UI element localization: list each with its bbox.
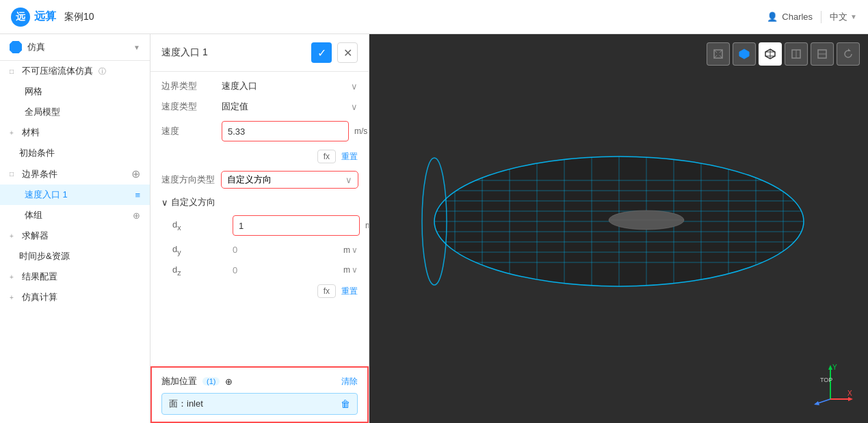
- location-item-text: 面：inlet: [169, 398, 203, 410]
- velocity-type-label: 速度类型: [161, 100, 216, 113]
- expand-icon: +: [10, 294, 19, 301]
- sidebar-item-result-config[interactable]: + 结果配置: [0, 267, 150, 287]
- header-right: 👤 Charles 中文 ▼: [767, 11, 857, 23]
- dz-label: dz: [172, 264, 227, 277]
- header: 远 远算 案例10 👤 Charles 中文 ▼: [0, 0, 868, 34]
- sidebar-item-material[interactable]: + 材料: [0, 122, 150, 143]
- expand-icon: +: [10, 129, 19, 137]
- sidebar-item-label: 仿真计算: [22, 291, 57, 303]
- sidebar-item-sim-compute[interactable]: + 仿真计算: [0, 287, 150, 308]
- sidebar-item-label: 结果配置: [22, 271, 57, 283]
- sidebar-item-label: 速度入口 1: [25, 189, 68, 201]
- solid-view-button[interactable]: [733, 42, 756, 66]
- dx-label: dx: [172, 219, 227, 232]
- logo-text: 远算: [34, 10, 56, 24]
- fx-button[interactable]: fx: [317, 150, 336, 163]
- panel-header: 速度入口 1 ✓ ✕: [150, 34, 369, 72]
- velocity-input[interactable]: [222, 121, 349, 141]
- custom-direction-label: 自定义方向: [171, 196, 215, 208]
- sidebar-title-text: 仿真: [27, 41, 45, 53]
- side-view-button[interactable]: [811, 42, 834, 66]
- velocity-type-value: 固定值: [222, 100, 248, 113]
- add-location-icon[interactable]: ⊕: [225, 377, 233, 387]
- user-avatar-icon: 👤: [767, 12, 778, 22]
- dx-unit: m ∨: [365, 221, 369, 230]
- sidebar-item-mesh[interactable]: 网格: [0, 81, 150, 102]
- clear-location-button[interactable]: 清除: [341, 376, 358, 387]
- sidebar: 仿真 ▼ □ 不可压缩流体仿真 ⓘ 网格 全局模型 + 材料 初始条件 □ 边界…: [0, 34, 150, 423]
- wireframe-view-button[interactable]: [759, 42, 782, 66]
- expand-icon: □: [10, 170, 19, 178]
- sidebar-item-velocity-inlet[interactable]: 速度入口 1 ≡: [0, 185, 150, 205]
- add-boundary-icon[interactable]: ⊕: [131, 167, 140, 180]
- user-name: Charles: [782, 12, 813, 22]
- velocity-row: 速度 m/s ∨: [161, 121, 358, 141]
- location-prefix: 面：: [169, 398, 187, 409]
- sidebar-chevron-icon[interactable]: ▼: [133, 44, 140, 51]
- reset-view-button[interactable]: [837, 42, 860, 66]
- custom-direction-section: ∨ 自定义方向: [161, 196, 358, 208]
- velocity-type-select[interactable]: 固定值 ∨: [222, 100, 358, 113]
- expand-icon: +: [10, 273, 19, 281]
- sidebar-item-label: 边界条件: [22, 168, 57, 180]
- dz-value: 0: [233, 265, 338, 275]
- sidebar-item-global-model[interactable]: 全局模型: [0, 102, 150, 122]
- viewport: Y X TOP: [369, 34, 868, 423]
- perspective-view-button[interactable]: [707, 42, 730, 66]
- dy-value: 0: [233, 245, 338, 255]
- direction-fx-button[interactable]: fx: [317, 284, 336, 298]
- reset-button[interactable]: 重置: [341, 151, 358, 163]
- svg-marker-45: [848, 397, 853, 401]
- sidebar-item-solver[interactable]: + 求解器: [0, 226, 150, 246]
- delete-location-icon[interactable]: 🗑: [341, 398, 350, 409]
- panel-actions: ✓ ✕: [311, 42, 358, 63]
- logo: 远 远算: [11, 8, 56, 27]
- location-title-text: 施加位置: [161, 375, 197, 387]
- coordinate-axes: Y X TOP: [806, 361, 854, 409]
- dy-label: dy: [172, 244, 227, 256]
- menu-icon[interactable]: ≡: [135, 190, 140, 200]
- direction-type-row: 速度方向类型 自定义方向 ∨: [161, 172, 358, 188]
- direction-reset-button[interactable]: 重置: [341, 286, 358, 297]
- dy-unit: m ∨: [343, 245, 358, 255]
- location-item: 面：inlet 🗑: [161, 393, 358, 415]
- sidebar-item-boundary-condition[interactable]: □ 边界条件 ⊕: [0, 163, 150, 185]
- dz-unit: m ∨: [343, 265, 358, 275]
- sidebar-item-label: 时间步&资源: [19, 250, 70, 262]
- direction-type-select[interactable]: 自定义方向 ∨: [222, 172, 358, 188]
- sidebar-item-body-group[interactable]: 体组 ⊕: [0, 205, 150, 226]
- expand-icon: +: [10, 232, 19, 240]
- boundary-type-row: 边界类型 速度入口 ∨: [161, 80, 358, 92]
- sidebar-item-initial-condition[interactable]: 初始条件: [0, 143, 150, 163]
- sidebar-item-label: 初始条件: [19, 147, 55, 159]
- case-title: 案例10: [64, 11, 94, 23]
- dz-row: dz 0 m ∨: [161, 264, 358, 277]
- sidebar-item-label: 不可压缩流体仿真: [22, 65, 93, 77]
- close-button[interactable]: ✕: [337, 42, 358, 63]
- direction-fx-row: fx 重置: [161, 284, 358, 298]
- panel: 速度入口 1 ✓ ✕ 边界类型 速度入口 ∨ 速度类型 固定值 ∨: [150, 34, 369, 423]
- velocity-unit: m/s ∨: [354, 126, 369, 136]
- 3d-model: [421, 146, 817, 297]
- front-view-button[interactable]: [785, 42, 808, 66]
- sidebar-item-label: 求解器: [22, 230, 49, 242]
- chevron-down-icon: ▼: [850, 13, 857, 21]
- velocity-label: 速度: [161, 125, 216, 137]
- boundary-type-label: 边界类型: [161, 80, 216, 92]
- dx-input[interactable]: [233, 215, 360, 236]
- info-icon: ⓘ: [98, 66, 106, 77]
- confirm-button[interactable]: ✓: [311, 42, 332, 63]
- sidebar-item-incompressible[interactable]: □ 不可压缩流体仿真 ⓘ: [0, 61, 150, 81]
- add-body-group-icon[interactable]: ⊕: [133, 210, 140, 221]
- boundary-type-select[interactable]: 速度入口 ∨: [222, 80, 358, 92]
- direction-type-label: 速度方向类型: [161, 174, 216, 186]
- panel-title: 速度入口 1: [161, 46, 208, 59]
- sidebar-header: 仿真 ▼: [0, 34, 150, 61]
- dy-row: dy 0 m ∨: [161, 244, 358, 256]
- sidebar-item-timestep[interactable]: 时间步&资源: [0, 246, 150, 267]
- user-section: 👤 Charles: [767, 12, 813, 22]
- svg-text:Y: Y: [832, 364, 837, 371]
- language-selector[interactable]: 中文 ▼: [830, 11, 857, 23]
- location-section: 施加位置 (1) ⊕ 清除 面：inlet 🗑: [150, 366, 369, 423]
- panel-body: 边界类型 速度入口 ∨ 速度类型 固定值 ∨ 速度 m/s: [150, 72, 369, 366]
